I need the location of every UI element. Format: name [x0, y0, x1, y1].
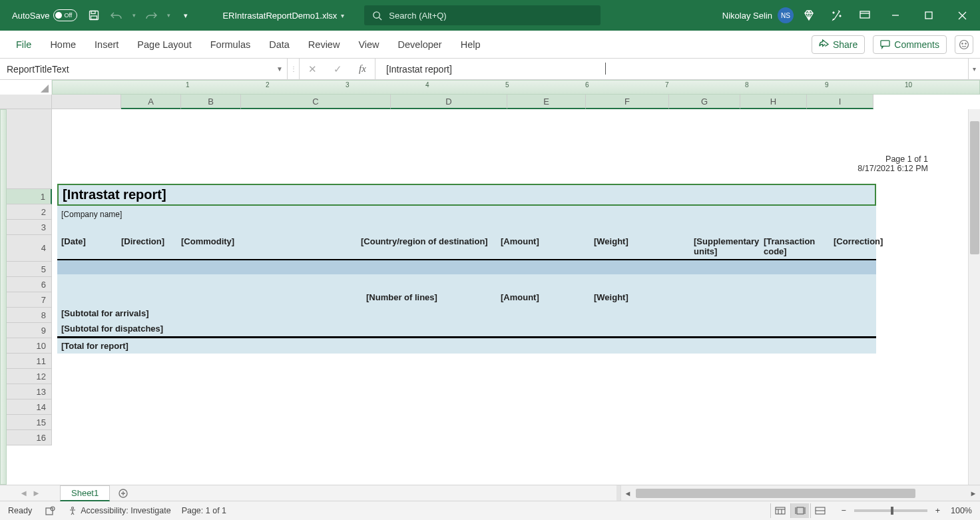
tab-home[interactable]: Home — [41, 33, 85, 57]
zoom-in-button[interactable]: + — [933, 506, 943, 515]
minimize-button[interactable] — [880, 2, 911, 29]
autosave-control[interactable]: AutoSave Off — [0, 9, 84, 21]
feedback-button[interactable] — [955, 35, 973, 54]
worksheet-canvas[interactable]: Page 1 of 1 8/17/2021 6:12 PM [Intrastat… — [52, 109, 980, 485]
hdr-date[interactable]: [Date] — [57, 234, 117, 259]
fx-icon[interactable]: fx — [350, 59, 375, 79]
subhdr-lines[interactable]: [Number of lines] — [357, 290, 497, 306]
formula-input[interactable]: [Intrastat report] — [375, 59, 968, 79]
formula-bar-grip[interactable]: ⋮ — [288, 59, 300, 79]
tab-data[interactable]: Data — [260, 33, 299, 57]
view-page-layout-button[interactable] — [790, 503, 809, 518]
tab-help[interactable]: Help — [451, 33, 490, 57]
horizontal-ruler[interactable]: 1 2 3 4 5 6 7 8 9 10 — [52, 80, 980, 95]
save-icon[interactable] — [84, 5, 104, 25]
tab-file[interactable]: File — [7, 33, 41, 57]
share-button[interactable]: Share — [812, 35, 865, 54]
hdr-supp[interactable]: [Supplementary units] — [690, 234, 760, 259]
zoom-out-button[interactable]: − — [838, 506, 848, 515]
view-normal-button[interactable] — [770, 503, 789, 518]
user-avatar[interactable]: NS — [778, 7, 794, 23]
tab-page-layout[interactable]: Page Layout — [128, 33, 200, 57]
tab-developer[interactable]: Developer — [389, 33, 451, 57]
name-box[interactable]: ReportTitleText ▼ — [0, 59, 288, 79]
undo-icon[interactable] — [107, 5, 126, 25]
comments-button[interactable]: Comments — [873, 35, 947, 54]
col-I[interactable]: I — [807, 95, 873, 109]
col-E[interactable]: E — [507, 95, 586, 109]
col-G[interactable]: G — [669, 95, 740, 109]
col-H[interactable]: H — [740, 95, 807, 109]
vertical-ruler[interactable] — [0, 109, 7, 485]
row-10[interactable]: 10 — [7, 338, 52, 354]
row-14[interactable]: 14 — [7, 399, 52, 415]
subhdr-amount[interactable]: [Amount] — [497, 290, 590, 306]
hdr-amount[interactable]: [Amount] — [497, 234, 590, 259]
row-15[interactable]: 15 — [7, 415, 52, 430]
accessibility-status[interactable]: Accessibility: Investigate — [68, 506, 170, 515]
maximize-button[interactable] — [913, 2, 944, 29]
zoom-value[interactable]: 100% — [951, 506, 972, 515]
col-A[interactable]: A — [121, 95, 181, 109]
redo-dropdown-icon[interactable]: ▾ — [164, 5, 173, 25]
user-name[interactable]: Nikolay Selin — [722, 11, 772, 21]
hscroll-right-icon[interactable]: ► — [967, 489, 980, 497]
row-11[interactable]: 11 — [7, 354, 52, 369]
sheet-nav-next-icon[interactable]: ► — [32, 488, 41, 498]
vertical-scrollbar[interactable] — [968, 109, 980, 485]
hdr-country[interactable]: [Country/region of destination] — [357, 234, 497, 259]
formula-expand-icon[interactable]: ▾ — [968, 59, 980, 79]
row-8[interactable]: 8 — [7, 308, 52, 323]
col-D[interactable]: D — [391, 95, 507, 109]
qat-customize-icon[interactable]: ▾ — [176, 5, 196, 25]
horizontal-scrollbar[interactable]: ◄ ► — [620, 485, 980, 501]
undo-dropdown-icon[interactable]: ▾ — [129, 5, 138, 25]
subtotal-arrivals-row[interactable]: [Subtotal for arrivals] — [57, 306, 876, 321]
row-5[interactable]: 5 — [7, 262, 52, 277]
col-C[interactable]: C — [241, 95, 391, 109]
tab-insert[interactable]: Insert — [85, 33, 128, 57]
name-box-dropdown-icon[interactable]: ▼ — [276, 65, 283, 73]
hscroll-left-icon[interactable]: ◄ — [621, 489, 634, 497]
data-row-blank2[interactable] — [57, 274, 876, 290]
diamond-icon[interactable] — [796, 2, 822, 29]
tab-formulas[interactable]: Formulas — [201, 33, 260, 57]
hdr-corr[interactable]: [Correction] — [830, 234, 876, 259]
row-7[interactable]: 7 — [7, 292, 52, 308]
sheet-nav-prev-icon[interactable]: ◄ — [19, 488, 28, 498]
company-cell[interactable]: [Company name] — [57, 206, 876, 223]
tab-view[interactable]: View — [349, 33, 388, 57]
row-16[interactable]: 16 — [7, 430, 52, 445]
subtotal-dispatches-row[interactable]: [Subtotal for dispatches] — [57, 321, 876, 337]
ribbon-display-icon[interactable] — [852, 2, 877, 29]
row-4[interactable]: 4 — [7, 235, 52, 262]
row-9[interactable]: 9 — [7, 323, 52, 338]
autosave-toggle[interactable]: Off — [53, 9, 77, 21]
close-button[interactable] — [947, 2, 977, 29]
view-page-break-button[interactable] — [810, 503, 829, 518]
select-all-corner[interactable] — [0, 80, 52, 95]
total-row[interactable]: [Total for report] — [57, 337, 876, 354]
hdr-weight[interactable]: [Weight] — [590, 234, 690, 259]
doc-dropdown-icon[interactable]: ▾ — [341, 12, 344, 19]
col-F[interactable]: F — [586, 95, 669, 109]
add-sheet-button[interactable] — [114, 486, 132, 501]
row-6[interactable]: 6 — [7, 277, 52, 292]
report-title-cell[interactable]: [Intrastat report] — [57, 184, 876, 206]
subhdr-weight[interactable]: [Weight] — [590, 290, 690, 306]
row-12[interactable]: 12 — [7, 369, 52, 384]
col-B[interactable]: B — [181, 95, 241, 109]
tab-review[interactable]: Review — [299, 33, 350, 57]
data-row-blank1[interactable] — [57, 259, 876, 274]
row-3[interactable]: 3 — [7, 220, 52, 235]
zoom-slider[interactable] — [854, 509, 927, 512]
macro-record-icon[interactable] — [43, 505, 57, 517]
coming-soon-icon[interactable] — [824, 2, 850, 29]
hdr-direction[interactable]: [Direction] — [117, 234, 177, 259]
redo-icon[interactable] — [141, 5, 161, 25]
hdr-commodity[interactable]: [Commodity] — [177, 234, 357, 259]
row-1[interactable]: 1 — [7, 189, 52, 204]
row-2[interactable]: 2 — [7, 204, 52, 220]
document-title[interactable]: ERIntrastatReportDemo1.xlsx ▾ — [222, 11, 344, 21]
search-box[interactable]: Search (Alt+Q) — [364, 5, 601, 25]
